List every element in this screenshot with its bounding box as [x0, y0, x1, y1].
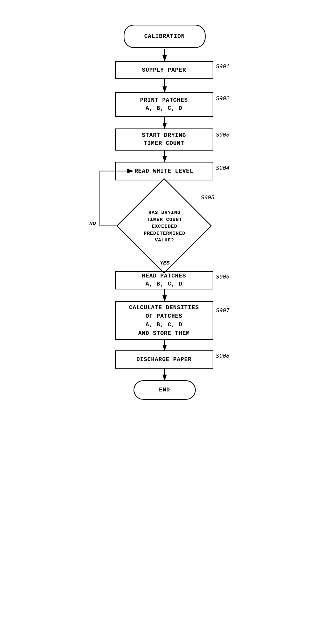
- step-s901-label: SUPPLY PAPER: [142, 67, 186, 73]
- start-node: CALIBRATION: [124, 25, 206, 48]
- step-s906-label: READ PATCHES A, B, C, D: [142, 272, 186, 288]
- step-s908-label: DISCHARGE PAPER: [136, 356, 192, 363]
- step-s904-box: READ WHITE LEVEL: [115, 162, 213, 180]
- step-s905-id: S905: [201, 195, 215, 201]
- step-s906-id: S906: [216, 274, 230, 280]
- step-s906-box: READ PATCHES A, B, C, D: [115, 271, 213, 289]
- step-s901-id: S901: [216, 64, 230, 70]
- step-s904-label: READ WHITE LEVEL: [135, 168, 193, 174]
- step-s907-id: S907: [216, 308, 230, 314]
- step-s907-box: CALCULATE DENSITIES OF PATCHES A, B, C, …: [115, 301, 213, 340]
- step-s902-label: PRINT PATCHES A, B, C, D: [140, 97, 188, 113]
- step-s908-id: S908: [216, 353, 230, 360]
- step-s903-label: START DRYING TIMER COUNT: [142, 132, 186, 148]
- decision-s905: HAS DRYINGTIMER COUNT EXCEEDEDPREDETERMI…: [130, 192, 199, 261]
- decision-no-label: NO: [89, 221, 96, 227]
- step-s902-id: S902: [216, 96, 230, 102]
- step-s901-box: SUPPLY PAPER: [115, 61, 213, 79]
- step-s908-box: DISCHARGE PAPER: [115, 350, 213, 369]
- step-s903-id: S903: [216, 132, 230, 138]
- decision-yes-label: YES: [160, 260, 170, 266]
- decision-s905-label: HAS DRYINGTIMER COUNT EXCEEDEDPREDETERMI…: [139, 209, 191, 244]
- end-label: END: [159, 387, 170, 393]
- step-s902-box: PRINT PATCHES A, B, C, D: [115, 92, 213, 117]
- step-s903-box: START DRYING TIMER COUNT: [115, 128, 213, 151]
- step-s904-id: S904: [216, 165, 230, 172]
- start-label: CALIBRATION: [144, 33, 185, 40]
- end-node: END: [134, 380, 196, 400]
- step-s907-label: CALCULATE DENSITIES OF PATCHES A, B, C, …: [129, 303, 199, 338]
